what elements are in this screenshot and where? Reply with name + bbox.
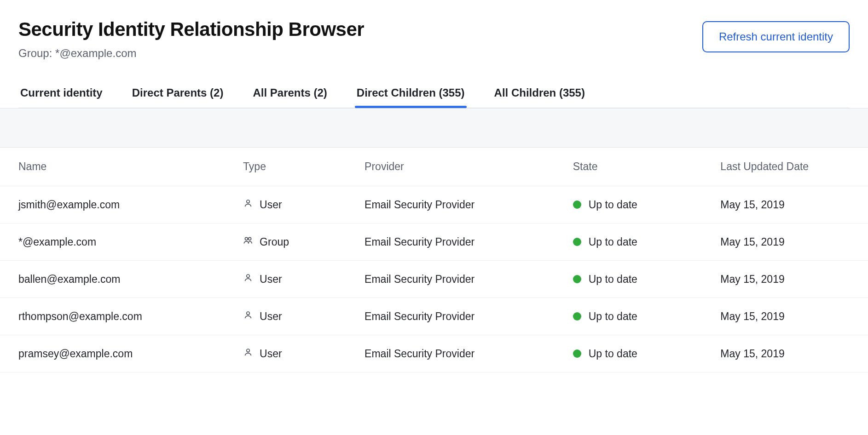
col-header-type[interactable]: Type bbox=[243, 148, 365, 186]
status-dot-icon bbox=[573, 312, 581, 321]
type-label: User bbox=[260, 199, 282, 211]
cell-provider: Email Security Provider bbox=[365, 186, 573, 223]
svg-point-4 bbox=[247, 312, 250, 315]
cell-last-updated: May 15, 2019 bbox=[720, 298, 868, 335]
state-label: Up to date bbox=[589, 236, 637, 248]
table-row[interactable]: pramsey@example.comUserEmail Security Pr… bbox=[0, 335, 868, 372]
tabs: Current identity Direct Parents (2) All … bbox=[18, 86, 850, 108]
cell-state: Up to date bbox=[573, 298, 721, 335]
cell-provider: Email Security Provider bbox=[365, 335, 573, 372]
type-label: User bbox=[260, 348, 282, 360]
cell-name: rthompson@example.com bbox=[0, 298, 243, 335]
title-block: Security Identity Relationship Browser G… bbox=[18, 18, 364, 60]
cell-last-updated: May 15, 2019 bbox=[720, 335, 868, 372]
status-dot-icon bbox=[573, 200, 581, 209]
state-label: Up to date bbox=[589, 310, 637, 323]
refresh-identity-button[interactable]: Refresh current identity bbox=[702, 21, 850, 52]
tab-all-parents[interactable]: All Parents (2) bbox=[251, 86, 329, 108]
col-header-name[interactable]: Name bbox=[0, 148, 243, 186]
toolbar-band bbox=[0, 108, 868, 148]
svg-point-3 bbox=[247, 275, 250, 278]
table-row[interactable]: rthompson@example.comUserEmail Security … bbox=[0, 298, 868, 335]
cell-name: *@example.com bbox=[0, 223, 243, 261]
cell-state: Up to date bbox=[573, 186, 721, 223]
table-row[interactable]: ballen@example.comUserEmail Security Pro… bbox=[0, 261, 868, 298]
user-icon bbox=[243, 273, 253, 286]
cell-state: Up to date bbox=[573, 335, 721, 372]
svg-point-1 bbox=[245, 237, 248, 240]
type-label: User bbox=[260, 273, 282, 286]
tab-direct-parents[interactable]: Direct Parents (2) bbox=[130, 86, 226, 108]
cell-state: Up to date bbox=[573, 261, 721, 298]
tab-all-children[interactable]: All Children (355) bbox=[492, 86, 587, 108]
cell-type: User bbox=[243, 298, 365, 335]
tab-direct-children[interactable]: Direct Children (355) bbox=[355, 86, 467, 108]
svg-point-0 bbox=[247, 200, 250, 203]
cell-type: User bbox=[243, 335, 365, 372]
cell-provider: Email Security Provider bbox=[365, 223, 573, 261]
page-subtitle: Group: *@example.com bbox=[18, 47, 364, 60]
user-icon bbox=[243, 347, 253, 360]
state-label: Up to date bbox=[589, 273, 637, 286]
svg-point-5 bbox=[247, 349, 250, 352]
cell-state: Up to date bbox=[573, 223, 721, 261]
status-dot-icon bbox=[573, 275, 581, 283]
cell-type: Group bbox=[243, 223, 365, 261]
cell-last-updated: May 15, 2019 bbox=[720, 261, 868, 298]
cell-name: ballen@example.com bbox=[0, 261, 243, 298]
page-header: Security Identity Relationship Browser G… bbox=[18, 18, 850, 60]
user-icon bbox=[243, 310, 253, 323]
type-label: User bbox=[260, 310, 282, 323]
state-label: Up to date bbox=[589, 199, 637, 211]
status-dot-icon bbox=[573, 349, 581, 358]
cell-last-updated: May 15, 2019 bbox=[720, 186, 868, 223]
cell-provider: Email Security Provider bbox=[365, 298, 573, 335]
table-row[interactable]: *@example.comGroupEmail Security Provide… bbox=[0, 223, 868, 261]
status-dot-icon bbox=[573, 238, 581, 246]
cell-name: pramsey@example.com bbox=[0, 335, 243, 372]
cell-type: User bbox=[243, 261, 365, 298]
table-header-row: Name Type Provider State Last Updated Da… bbox=[0, 148, 868, 186]
cell-provider: Email Security Provider bbox=[365, 261, 573, 298]
col-header-provider[interactable]: Provider bbox=[365, 148, 573, 186]
col-header-state[interactable]: State bbox=[573, 148, 721, 186]
svg-point-2 bbox=[249, 237, 251, 240]
cell-last-updated: May 15, 2019 bbox=[720, 223, 868, 261]
identity-table: Name Type Provider State Last Updated Da… bbox=[0, 148, 868, 372]
page-title: Security Identity Relationship Browser bbox=[18, 18, 364, 40]
state-label: Up to date bbox=[589, 348, 637, 360]
tab-current-identity[interactable]: Current identity bbox=[18, 86, 104, 108]
group-icon bbox=[243, 235, 253, 248]
cell-type: User bbox=[243, 186, 365, 223]
user-icon bbox=[243, 198, 253, 211]
col-header-updated[interactable]: Last Updated Date bbox=[720, 148, 868, 186]
cell-name: jsmith@example.com bbox=[0, 186, 243, 223]
type-label: Group bbox=[260, 236, 289, 248]
table-row[interactable]: jsmith@example.comUserEmail Security Pro… bbox=[0, 186, 868, 223]
